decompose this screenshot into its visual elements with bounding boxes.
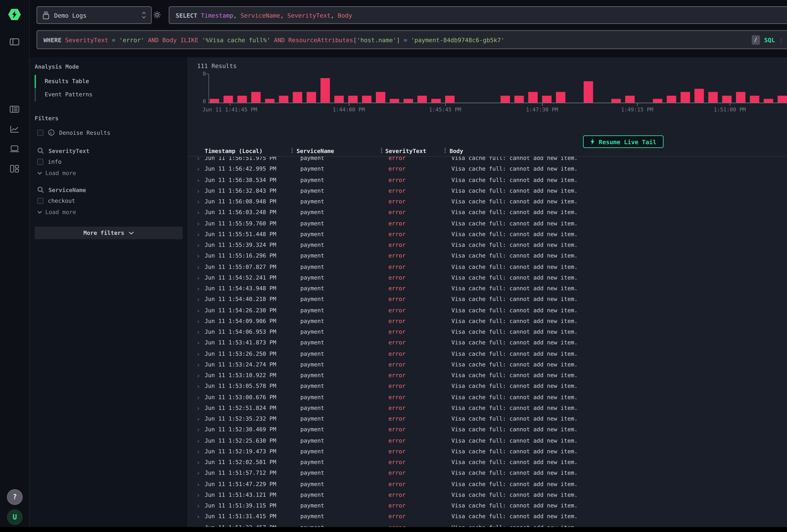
log-row[interactable]: ›Jun 11 1:53:41.873 PMpaymenterrorVisa c… [188, 338, 787, 348]
column-drag-handle-icon[interactable] [445, 148, 445, 153]
log-row[interactable]: ›Jun 11 1:51:43.121 PMpaymenterrorVisa c… [188, 490, 787, 501]
denoise-checkbox[interactable] [37, 129, 43, 136]
log-row[interactable]: ›Jun 11 1:55:39.324 PMpaymenterrorVisa c… [188, 240, 787, 251]
log-row[interactable]: ›Jun 11 1:52:25.630 PMpaymenterrorVisa c… [188, 435, 787, 446]
column-drag-handle-icon[interactable] [292, 148, 293, 153]
log-row[interactable]: ›Jun 11 1:54:40.218 PMpaymenterrorVisa c… [188, 294, 787, 305]
log-row[interactable]: ›Jun 11 1:54:06.953 PMpaymenterrorVisa c… [188, 327, 787, 338]
col-timestamp[interactable]: Timestamp (Local) [205, 148, 263, 154]
log-row[interactable]: ›Jun 11 1:53:26.250 PMpaymenterrorVisa c… [188, 348, 787, 359]
row-timestamp: Jun 11 1:54:52.241 PM [205, 273, 276, 283]
mode-results-table[interactable]: Results Table [35, 75, 183, 88]
log-row[interactable]: ›Jun 11 1:55:59.760 PMpaymenterrorVisa c… [188, 218, 787, 229]
log-row[interactable]: ›Jun 11 1:55:07.827 PMpaymenterrorVisa c… [188, 261, 787, 273]
load-more-servicename[interactable]: Load more [37, 209, 183, 215]
select-query-input[interactable]: SELECT Timestamp, ServiceName, SeverityT… [169, 6, 787, 24]
nav-sessions-icon[interactable] [10, 145, 19, 152]
source-settings-gear-icon[interactable] [153, 11, 161, 19]
row-body: Visa cache full: cannot add new item. [451, 392, 578, 403]
log-row[interactable]: ›Jun 11 1:54:43.948 PMpaymenterrorVisa c… [188, 283, 787, 294]
search-icon[interactable] [37, 186, 44, 193]
row-severity: error [388, 294, 405, 305]
log-row[interactable]: ›Jun 11 1:54:09.906 PMpaymenterrorVisa c… [188, 316, 787, 327]
chart-bar [251, 92, 261, 103]
nav-chart-icon[interactable] [10, 125, 19, 133]
log-row[interactable]: ›Jun 11 1:52:30.469 PMpaymenterrorVisa c… [188, 425, 787, 435]
row-severity: error [388, 229, 405, 240]
chart-bar [736, 92, 745, 103]
row-severity: error [388, 511, 405, 522]
row-expand-icon: › [196, 316, 200, 327]
more-filters-button[interactable]: More filters [35, 227, 183, 239]
row-timestamp: Jun 11 1:51:47.229 PM [205, 479, 276, 490]
analysis-mode-list: Results Table Event Patterns [35, 75, 183, 101]
log-source-select[interactable]: Demo Logs [37, 6, 152, 24]
nav-dashboards-icon[interactable] [10, 165, 19, 172]
log-row[interactable]: ›Jun 11 1:52:02.581 PMpaymenterrorVisa c… [188, 457, 787, 468]
log-row[interactable]: ›Jun 11 1:53:00.676 PMpaymenterrorVisa c… [188, 392, 787, 403]
row-timestamp: Jun 11 1:53:24.274 PM [205, 359, 276, 370]
col-body[interactable]: Body [449, 148, 463, 154]
log-row[interactable]: ›Jun 11 1:53:10.922 PMpaymenterrorVisa c… [188, 370, 787, 381]
log-row[interactable]: ›Jun 11 1:54:26.230 PMpaymenterrorVisa c… [188, 305, 787, 316]
row-servicename: payment [300, 479, 324, 490]
resume-live-tail-button[interactable]: Resume Live Tail [583, 135, 663, 148]
row-expand-icon: › [196, 501, 200, 511]
log-row[interactable]: ›Jun 11 1:51:47.229 PMpaymenterrorVisa c… [188, 479, 787, 490]
log-row[interactable]: ›Jun 11 1:51:39.115 PMpaymenterrorVisa c… [188, 501, 787, 511]
lang-sql-option[interactable]: SQL [764, 36, 775, 43]
chart-bar [653, 99, 662, 103]
log-row[interactable]: ›Jun 11 1:51:57.712 PMpaymenterrorVisa c… [188, 468, 787, 479]
app-logo-icon[interactable] [8, 9, 21, 20]
row-timestamp: Jun 11 1:55:51.448 PM [205, 229, 276, 240]
col-servicename[interactable]: ServiceName [297, 148, 334, 154]
filter-info-checkbox[interactable] [37, 159, 43, 165]
log-row[interactable]: ›Jun 11 1:56:03.248 PMpaymenterrorVisa c… [188, 207, 787, 218]
user-avatar[interactable]: U [7, 509, 23, 525]
x-axis-label: 1:47:30 PM [526, 106, 558, 113]
log-row[interactable]: ›Jun 11 1:56:32.843 PMpaymenterrorVisa c… [188, 186, 787, 196]
load-more-severitytext[interactable]: Load more [37, 170, 183, 176]
chart-bar [320, 78, 330, 103]
log-row[interactable]: ›Jun 11 1:54:52.241 PMpaymenterrorVisa c… [188, 273, 787, 283]
col-severitytext[interactable]: SeverityText [385, 148, 426, 154]
column-drag-handle-icon[interactable] [381, 148, 382, 153]
log-row[interactable]: ›Jun 11 1:52:19.473 PMpaymenterrorVisa c… [188, 446, 787, 457]
search-icon[interactable] [37, 147, 44, 154]
query-language-toggle[interactable]: / SQL | Lucene [751, 35, 787, 44]
log-row[interactable]: ›Jun 11 1:55:16.296 PMpaymenterrorVisa c… [188, 251, 787, 261]
log-row[interactable]: ›Jun 11 1:51:23.457 PMpaymenterrorVisa c… [188, 522, 787, 527]
log-row[interactable]: ›Jun 11 1:56:42.995 PMpaymenterrorVisa c… [188, 164, 787, 175]
chart-bar [528, 92, 538, 103]
chart-bar [583, 82, 593, 103]
filter-group-servicename: ServiceName [48, 187, 86, 193]
row-timestamp: Jun 11 1:56:08.948 PM [205, 196, 276, 207]
row-expand-icon: › [196, 251, 200, 261]
row-expand-icon: › [196, 370, 200, 381]
row-expand-icon: › [196, 164, 200, 175]
log-row[interactable]: ›Jun 11 1:53:24.274 PMpaymenterrorVisa c… [188, 359, 787, 370]
row-body: Visa cache full: cannot add new item. [451, 305, 578, 316]
nav-logs-icon[interactable] [10, 106, 19, 113]
help-button[interactable]: ? [7, 489, 23, 505]
row-body: Visa cache full: cannot add new item. [451, 435, 578, 446]
mode-event-patterns[interactable]: Event Patterns [35, 88, 183, 101]
chart-bar [501, 95, 510, 103]
chart-bar [708, 92, 718, 103]
log-row[interactable]: ›Jun 11 1:56:51.975 PMpaymenterrorVisa c… [188, 157, 787, 164]
log-row[interactable]: ›Jun 11 1:56:38.534 PMpaymenterrorVisa c… [188, 175, 787, 186]
log-row[interactable]: ›Jun 11 1:52:51.824 PMpaymenterrorVisa c… [188, 403, 787, 413]
row-servicename: payment [300, 425, 324, 435]
y-axis-min-label: 0 [197, 98, 206, 105]
sidebar-toggle-icon[interactable] [10, 38, 19, 45]
log-row[interactable]: ›Jun 11 1:55:51.448 PMpaymenterrorVisa c… [188, 229, 787, 240]
where-query-input[interactable]: WHERE SeverityText = 'error' AND Body IL… [37, 30, 787, 49]
log-row[interactable]: ›Jun 11 1:53:05.578 PMpaymenterrorVisa c… [188, 381, 787, 392]
row-body: Visa cache full: cannot add new item. [451, 501, 578, 511]
log-row[interactable]: ›Jun 11 1:56:08.948 PMpaymenterrorVisa c… [188, 196, 787, 207]
log-row[interactable]: ›Jun 11 1:52:35.232 PMpaymenterrorVisa c… [188, 413, 787, 425]
where-query-text: WHERE SeverityText = 'error' AND Body IL… [43, 36, 505, 43]
filter-checkout-checkbox[interactable] [37, 198, 43, 204]
log-row[interactable]: ›Jun 11 1:51:31.415 PMpaymenterrorVisa c… [188, 511, 787, 522]
row-body: Visa cache full: cannot add new item. [451, 348, 578, 359]
